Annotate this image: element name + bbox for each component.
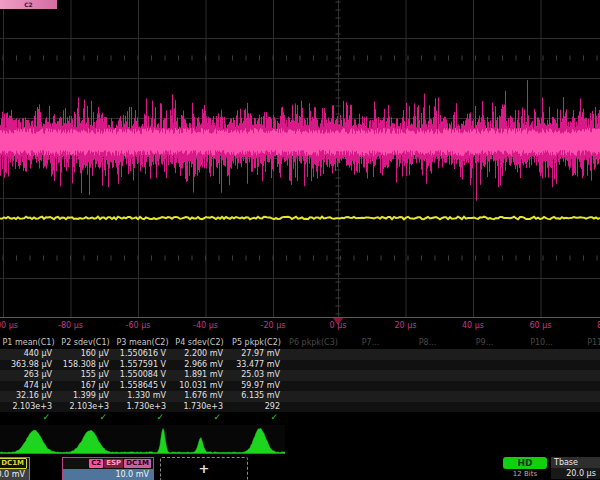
measure-header-10[interactable]: P10... (513, 336, 570, 349)
descriptor-bar: C1 DC1M 10.0 mV C2 ESP DC1M 10.0 mV + HD… (0, 457, 600, 480)
status-check-icon: ✓ (171, 412, 228, 423)
measure-cell: 155 µV (57, 370, 114, 381)
measure-cell: 2.966 mV (171, 360, 228, 371)
measure-cell: 158.308 µV (57, 360, 114, 371)
waveform-grid[interactable] (0, 0, 600, 318)
measure-row-sdev: 32.16 µV1.399 µV1.330 mV1.676 mV6.135 mV (0, 391, 600, 402)
trace-label[interactable]: C2 (0, 0, 57, 9)
time-axis-label: -80 µs (58, 321, 83, 330)
channel-c2-descriptor[interactable]: C2 ESP DC1M 10.0 mV (62, 457, 154, 480)
time-axis-label: -100 µs (0, 321, 18, 330)
c2-label-badge: C2 (89, 459, 103, 468)
histicon-p5[interactable] (228, 425, 285, 456)
measure-cell: 1.550616 V (114, 349, 171, 360)
measure-cell: 263 µV (0, 370, 57, 381)
c1-scale-value: 10.0 mV (0, 469, 29, 480)
time-axis-label: -60 µs (126, 321, 151, 330)
status-check-icon: ✓ (228, 412, 285, 423)
measure-cell: 474 µV (0, 381, 57, 392)
measure-cell: 2.103e+3 (0, 402, 57, 413)
add-trace-button[interactable]: + (160, 457, 248, 480)
measure-header-4[interactable]: P4 sdev(C2) (171, 336, 228, 349)
measure-row-min: 263 µV155 µV1.550084 V1.891 mV25.03 mV (0, 370, 600, 381)
histicon-p1[interactable] (0, 425, 57, 456)
measurement-histicons (0, 425, 600, 456)
timebase-descriptor[interactable]: Tbase 20.0 µs (551, 457, 600, 479)
status-check-icon: ✓ (114, 412, 171, 423)
c2-badges: C2 ESP DC1M (63, 458, 153, 469)
oscilloscope-screen: C2 -100 µs-80 µs-60 µs-40 µs-20 µs0 µs20… (0, 0, 600, 480)
time-axis-label: 20 µs (395, 321, 417, 330)
c1-badges: C1 DC1M (0, 458, 29, 469)
time-axis-label: 0 µs (330, 321, 347, 330)
time-axis-label: 60 µs (530, 321, 552, 330)
histicon-p4[interactable] (171, 425, 228, 456)
measure-cell: 33.477 mV (228, 360, 285, 371)
hd-badge: HD (503, 457, 547, 469)
measure-row-value: 440 µV160 µV1.550616 V2.200 mV27.97 mV (0, 349, 600, 360)
timebase-value: 20.0 µs (551, 468, 600, 479)
measure-header-row: P1 mean(C1)P2 sdev(C1)P3 mean(C2)P4 sdev… (0, 336, 600, 349)
measure-header-1[interactable]: P1 mean(C1) (0, 336, 57, 349)
time-axis-label: -20 µs (261, 321, 286, 330)
measure-cell: 1.676 mV (171, 391, 228, 402)
measure-row-mean: 363.98 µV158.308 µV1.557591 V2.966 mV33.… (0, 360, 600, 371)
plus-icon: + (199, 461, 210, 476)
time-axis-label: 40 µs (462, 321, 484, 330)
measure-cell: 1.557591 V (114, 360, 171, 371)
measure-cell: 10.031 mV (171, 381, 228, 392)
measure-header-5[interactable]: P5 pkpk(C2) (228, 336, 285, 349)
measure-header-7[interactable]: P7... (342, 336, 399, 349)
measure-cell: 1.730e+3 (171, 402, 228, 413)
measure-cell: 2.103e+3 (57, 402, 114, 413)
measure-header-9[interactable]: P9... (456, 336, 513, 349)
hd-mode-indicator[interactable]: HD 12 Bits (503, 457, 547, 479)
time-axis-label: -40 µs (193, 321, 218, 330)
measure-cell: 25.03 mV (228, 370, 285, 381)
measure-row-max: 474 µV167 µV1.558645 V10.031 mV59.97 mV (0, 381, 600, 392)
channel-c1-descriptor[interactable]: C1 DC1M 10.0 mV (0, 457, 30, 480)
measure-cell: 1.891 mV (171, 370, 228, 381)
measure-header-6[interactable]: P6 pkpk(C3) (285, 336, 342, 349)
timebase-title: Tbase (551, 457, 600, 468)
measure-cell: 27.97 mV (228, 349, 285, 360)
time-axis: -100 µs-80 µs-60 µs-40 µs-20 µs0 µs20 µs… (0, 318, 600, 336)
measure-cell: 2.200 mV (171, 349, 228, 360)
measure-cell: 363.98 µV (0, 360, 57, 371)
measure-cell: 1.558645 V (114, 381, 171, 392)
measurement-table: P1 mean(C1)P2 sdev(C1)P3 mean(C2)P4 sdev… (0, 336, 600, 423)
measure-header-11[interactable]: P11... (570, 336, 600, 349)
c2-scale-value: 10.0 mV (63, 469, 153, 480)
measure-row-num: 2.103e+32.103e+31.730e+31.730e+3292 (0, 402, 600, 413)
c1-coupling-badge: DC1M (0, 458, 27, 469)
hd-bits-label: 12 Bits (503, 470, 547, 479)
graticule-and-traces (0, 0, 600, 318)
c2-esp-badge: ESP (104, 459, 123, 468)
measure-cell: 160 µV (57, 349, 114, 360)
c2-coupling-badge: DC1M (124, 459, 151, 468)
measure-header-3[interactable]: P3 mean(C2) (114, 336, 171, 349)
measure-cell: 1.399 µV (57, 391, 114, 402)
measure-cell: 440 µV (0, 349, 57, 360)
measure-cell: 1.330 mV (114, 391, 171, 402)
measure-cell: 59.97 mV (228, 381, 285, 392)
measure-header-8[interactable]: P8... (399, 336, 456, 349)
histicon-p3[interactable] (114, 425, 171, 456)
measure-cell: 292 (228, 402, 285, 413)
measure-header-2[interactable]: P2 sdev(C1) (57, 336, 114, 349)
histicon-p2[interactable] (57, 425, 114, 456)
measure-cell: 1.550084 V (114, 370, 171, 381)
status-check-icon: ✓ (57, 412, 114, 423)
status-check-icon: ✓ (0, 412, 57, 423)
measure-cell: 32.16 µV (0, 391, 57, 402)
measure-status-row: ✓✓✓✓✓ (0, 412, 600, 423)
measure-cell: 6.135 mV (228, 391, 285, 402)
measure-cell: 167 µV (57, 381, 114, 392)
measure-cell: 1.730e+3 (114, 402, 171, 413)
